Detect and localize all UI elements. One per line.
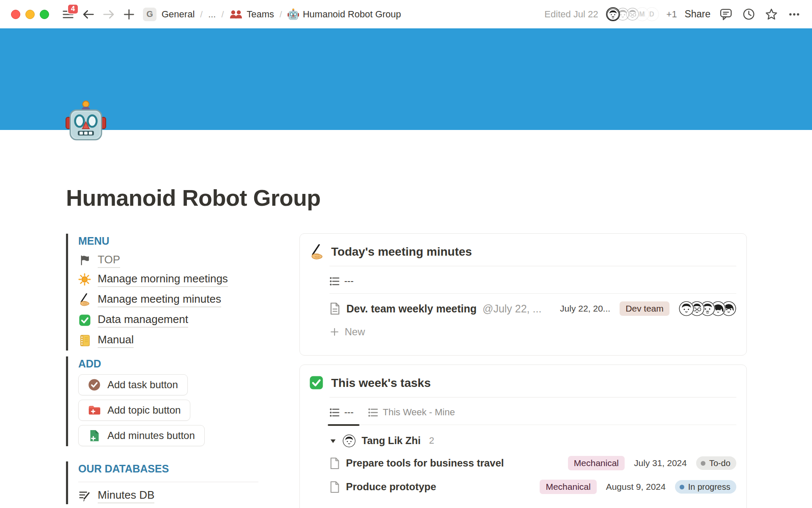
- tasks-card: This week's tasks --- This Week - Mine T…: [299, 364, 747, 508]
- plus-icon: [123, 8, 135, 21]
- breadcrumb-current-page[interactable]: Humanoid Robot Group: [284, 6, 404, 22]
- page-icon: [329, 457, 340, 469]
- close-window-button[interactable]: [11, 10, 20, 19]
- status-dot: [701, 461, 705, 466]
- forward-arrow-icon: [102, 8, 115, 21]
- minutes-card: Today's meeting minutes --- Dev. team we…: [299, 233, 747, 356]
- forward-button[interactable]: [100, 6, 118, 23]
- task-row[interactable]: Produce prototype Mechanical August 9, 2…: [329, 476, 736, 498]
- compose-list-icon: [78, 489, 91, 502]
- avatar-overflow-count[interactable]: +1: [667, 9, 677, 20]
- sidebar-toggle-button[interactable]: 4: [59, 6, 77, 23]
- category-tag: Mechanical: [540, 480, 596, 494]
- minutes-card-heading[interactable]: Today's meeting minutes: [309, 243, 736, 261]
- page-icon: [329, 302, 340, 315]
- back-arrow-icon: [82, 8, 95, 21]
- divider: [329, 397, 736, 398]
- window-toolbar: 4 G General / ... / Teams / Human: [0, 0, 812, 28]
- tasks-view-tabs: --- This Week - Mine: [329, 407, 736, 425]
- check-mark-icon: [78, 314, 91, 326]
- breadcrumb-separator: /: [279, 9, 283, 19]
- menu-link-top[interactable]: TOP: [78, 251, 269, 269]
- list-view-icon: [329, 407, 340, 418]
- group-header-row[interactable]: Tang Lik Zhi 2: [329, 431, 736, 450]
- tasks-card-heading[interactable]: This week's tasks: [309, 374, 736, 392]
- comment-icon: [719, 8, 732, 21]
- breadcrumb-ellipsis[interactable]: ...: [205, 7, 219, 22]
- page-cover: [0, 28, 812, 130]
- add-task-button[interactable]: Add task button: [78, 374, 188, 395]
- star-icon: [765, 8, 778, 21]
- more-options-button[interactable]: [787, 6, 802, 23]
- meeting-date: July 22, 20...: [560, 304, 610, 314]
- minutes-view-tabs: ---: [329, 276, 736, 294]
- page-icon-robot[interactable]: [66, 100, 106, 141]
- list-view-icon: [368, 407, 379, 418]
- breadcrumb-separator: /: [200, 9, 203, 19]
- history-button[interactable]: [741, 6, 756, 23]
- minimize-window-button[interactable]: [25, 10, 35, 19]
- check-mark-icon: [309, 375, 324, 391]
- notification-badge: 4: [67, 4, 79, 14]
- add-minutes-button[interactable]: Add minutes button: [78, 425, 205, 446]
- add-topic-button[interactable]: Add topic button: [78, 400, 190, 421]
- databases-section: OUR DATABASES Minutes DB: [66, 461, 269, 504]
- add-header: ADD: [78, 356, 269, 371]
- menu-link-morning-meetings[interactable]: Manage morning meetings: [78, 269, 269, 290]
- group-avatar: [343, 434, 356, 447]
- avatar: [679, 301, 694, 316]
- page-icon: [329, 481, 340, 493]
- writing-hand-icon: [309, 244, 324, 260]
- new-meeting-button[interactable]: New: [329, 322, 736, 342]
- add-section: ADD Add task button Add topic button Add…: [66, 356, 269, 446]
- attendee-avatars: [679, 301, 736, 316]
- menu-link-manual[interactable]: Manual: [78, 330, 269, 351]
- new-tab-button[interactable]: [120, 6, 138, 23]
- due-date: August 9, 2024: [606, 482, 666, 492]
- breadcrumb-separator: /: [221, 9, 224, 19]
- breadcrumb-general[interactable]: General: [158, 7, 198, 22]
- divider: [329, 266, 736, 266]
- meeting-row[interactable]: Dev. team weekly meeting @July 22, ... J…: [329, 295, 736, 322]
- left-column: MENU TOP Manage morning meetings Manage …: [66, 234, 269, 504]
- toolbar-actions: Edited Jul 22 M D +1 Share: [544, 6, 802, 23]
- traffic-lights: [11, 10, 49, 19]
- menu-link-data-management[interactable]: Data management: [78, 310, 269, 330]
- workspace-icon[interactable]: G: [143, 8, 156, 21]
- viewer-avatars: M D: [606, 7, 659, 21]
- back-button[interactable]: [80, 6, 97, 23]
- status-badge: In progress: [675, 480, 736, 494]
- comments-button[interactable]: [718, 6, 733, 23]
- status-dot: [680, 485, 684, 489]
- page-title[interactable]: Humanoid Robot Group: [66, 185, 321, 211]
- writing-hand-icon: [78, 293, 91, 306]
- favorite-button[interactable]: [764, 6, 779, 23]
- menu-section: MENU TOP Manage morning meetings Manage …: [66, 234, 269, 351]
- divider: [78, 482, 258, 482]
- team-tag: Dev team: [620, 301, 669, 316]
- view-tab-default[interactable]: ---: [329, 407, 354, 419]
- zoom-window-button[interactable]: [40, 10, 49, 19]
- breadcrumb: G General / ... / Teams / Humanoid Robot…: [143, 6, 404, 22]
- minutes-db-link[interactable]: Minutes DB: [78, 487, 269, 504]
- list-view-icon: [329, 276, 340, 287]
- view-tab-this-week-mine[interactable]: This Week - Mine: [368, 407, 455, 419]
- sun-icon: [78, 273, 91, 286]
- brown-check-circle-icon: [88, 378, 101, 391]
- category-tag: Mechanical: [568, 456, 625, 470]
- due-date: July 31, 2024: [634, 458, 687, 468]
- breadcrumb-teams[interactable]: Teams: [226, 7, 277, 22]
- avatar[interactable]: [606, 7, 620, 21]
- task-row[interactable]: Prepare tools for business travel Mechan…: [329, 452, 736, 474]
- menu-header: MENU: [78, 234, 269, 248]
- ellipsis-icon: [788, 8, 801, 21]
- share-button[interactable]: Share: [685, 8, 710, 20]
- status-badge: To-do: [696, 456, 736, 470]
- red-folder-plus-icon: [88, 404, 101, 417]
- menu-link-meeting-minutes[interactable]: Manage meeting minutes: [78, 290, 269, 310]
- right-column: Today's meeting minutes --- Dev. team we…: [299, 233, 747, 508]
- view-tab[interactable]: ---: [329, 276, 354, 287]
- green-file-plus-icon: [88, 429, 101, 442]
- robot-icon: [66, 100, 106, 141]
- robot-icon: [288, 8, 299, 20]
